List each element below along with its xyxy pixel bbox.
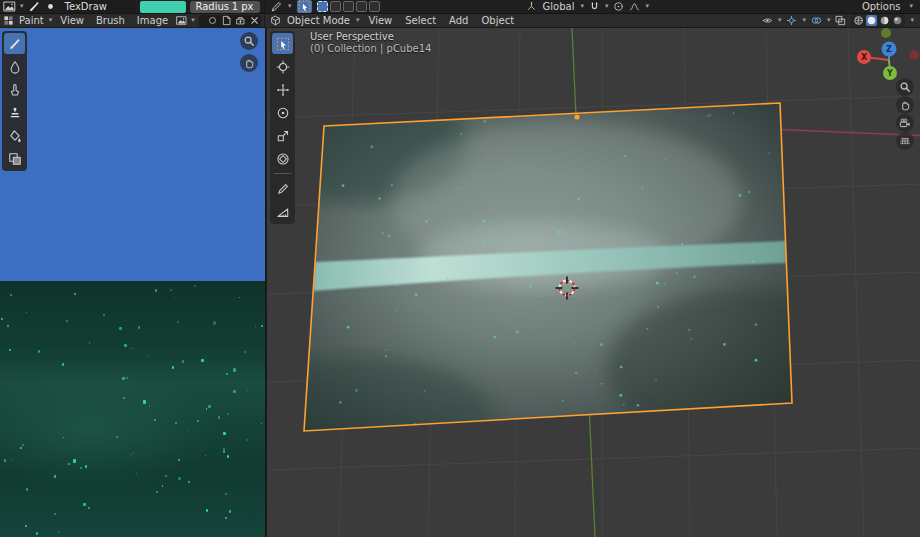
magnifier-icon (899, 81, 911, 93)
select-mode-invert-button[interactable] (356, 1, 367, 12)
paint-toolbar (2, 31, 27, 171)
chevron-down-icon[interactable]: ▾ (191, 17, 195, 24)
brush-color-swatch[interactable] (140, 1, 186, 13)
chevron-down-icon[interactable]: ▾ (49, 17, 53, 24)
scale-icon (276, 129, 290, 143)
wireframe-shading-icon[interactable] (853, 15, 864, 26)
chevron-down-icon[interactable]: ▾ (288, 3, 292, 10)
chevron-down-icon[interactable]: ▾ (20, 3, 24, 10)
overlays-toggle-icon[interactable] (811, 15, 822, 26)
menu-view[interactable]: View (365, 15, 397, 26)
gizmo-z-label: Z (886, 45, 892, 54)
pack-image-icon[interactable] (235, 15, 246, 26)
chevron-down-icon[interactable]: ▾ (605, 3, 609, 10)
brush-name-field[interactable]: TexDraw (60, 1, 136, 13)
chevron-down-icon[interactable]: ▾ (910, 17, 914, 24)
object-mode-icon[interactable] (270, 15, 281, 26)
options-dropdown[interactable]: Options (858, 1, 905, 12)
menu-view[interactable]: View (56, 15, 88, 26)
visibility-dropdown-icon[interactable] (762, 15, 773, 26)
gizmos-toggle-icon[interactable] (786, 15, 797, 26)
rendered-shading-icon[interactable] (892, 15, 903, 26)
chevron-down-icon[interactable]: ▾ (827, 17, 831, 24)
select-mode-set-button[interactable] (317, 1, 328, 12)
viewport-tool-settings: ▾ Global ▾ ▾ ▾ Options ▾ (265, 0, 920, 13)
select-mode-intersect-button[interactable] (369, 1, 380, 12)
browse-image-icon[interactable] (176, 15, 187, 26)
select-mode-subtract-button[interactable] (343, 1, 354, 12)
unlink-image-icon[interactable] (249, 15, 260, 26)
viewport-pan-button[interactable] (896, 96, 914, 114)
image-name-field[interactable]: Image_0 (199, 15, 261, 27)
paint-mode-dropdown[interactable]: Paint (18, 15, 45, 26)
chevron-down-icon[interactable]: ▾ (356, 17, 360, 24)
zoom-button[interactable] (240, 32, 258, 50)
paint-mode-icon[interactable] (3, 15, 14, 26)
menu-select[interactable]: Select (401, 15, 440, 26)
tool-select-box-button[interactable] (272, 33, 293, 54)
tool-fill-button[interactable] (4, 125, 25, 146)
camera-view-button[interactable] (896, 114, 914, 132)
fill-bucket-icon (8, 129, 22, 143)
select-mode-extend-button[interactable] (330, 1, 341, 12)
navigation-gizmo[interactable]: X Z Y (857, 28, 919, 80)
mask-image-icon (8, 152, 22, 166)
chevron-down-icon[interactable]: ▾ (645, 3, 649, 10)
viewport-canvas[interactable]: X Z Y User Perspective (0) Collection | … (267, 28, 920, 537)
smear-finger-icon (8, 83, 22, 97)
snap-magnet-icon[interactable] (589, 1, 600, 12)
move-arrows-icon (276, 83, 290, 97)
menu-image[interactable]: Image (133, 15, 172, 26)
menu-brush[interactable]: Brush (92, 15, 129, 26)
new-image-icon[interactable] (221, 15, 232, 26)
viewport-overlay-text: User Perspective (0) Collection | pCube1… (310, 31, 431, 55)
active-tool-icon[interactable] (270, 0, 283, 13)
tool-smear-button[interactable] (4, 79, 25, 100)
hand-icon (899, 99, 911, 111)
image-editor-canvas[interactable] (0, 28, 267, 537)
menu-add[interactable]: Add (445, 15, 472, 26)
orientation-dropdown[interactable]: Global (542, 1, 576, 12)
radius-label: Radius (196, 1, 230, 12)
tool-mask-button[interactable] (4, 148, 25, 169)
soften-drop-icon (8, 60, 22, 74)
xray-toggle-icon[interactable] (835, 15, 846, 26)
chevron-down-icon[interactable]: ▾ (909, 3, 913, 10)
brush-tool-icon[interactable] (28, 0, 41, 13)
proportional-falloff-icon[interactable] (629, 1, 640, 12)
select-box-tool-icon[interactable] (297, 0, 312, 13)
transform-icon (276, 152, 290, 166)
orthographic-toggle-button[interactable] (896, 132, 914, 150)
pan-button[interactable] (240, 54, 258, 72)
chevron-down-icon[interactable]: ▾ (778, 17, 782, 24)
solid-shading-icon[interactable] (866, 15, 877, 26)
chevron-down-icon[interactable]: ▾ (802, 17, 806, 24)
menu-object[interactable]: Object (477, 15, 518, 26)
viewport-scene: X Z Y (267, 28, 920, 537)
editor-type-image-icon[interactable] (3, 0, 16, 13)
gizmo-axis-neg-y[interactable] (881, 28, 891, 38)
fake-user-icon[interactable] (207, 15, 218, 26)
gizmo-axis-neg-x[interactable] (909, 50, 919, 60)
mode-dropdown[interactable]: Object Mode (286, 15, 351, 26)
tool-move-button[interactable] (272, 79, 293, 100)
tool-clone-button[interactable] (4, 102, 25, 123)
viewport-toolbar (270, 31, 295, 224)
tool-annotate-button[interactable] (272, 178, 293, 199)
tool-soften-button[interactable] (4, 56, 25, 77)
material-shading-icon[interactable] (879, 15, 890, 26)
tool-rotate-button[interactable] (272, 102, 293, 123)
viewport-zoom-button[interactable] (896, 78, 914, 96)
tool-scale-button[interactable] (272, 125, 293, 146)
tool-transform-button[interactable] (272, 148, 293, 169)
orientation-icon[interactable] (526, 1, 537, 12)
tool-draw-button[interactable] (4, 33, 25, 54)
tool-cursor-button[interactable] (272, 56, 293, 77)
tool-measure-button[interactable] (272, 201, 293, 222)
brush-preview-icon[interactable] (45, 1, 56, 12)
tool-settings-bar: ▾ TexDraw Radius 1 px ▾ (0, 0, 920, 14)
radius-slider[interactable]: Radius 1 px (190, 1, 260, 13)
plane-object[interactable] (267, 83, 887, 468)
chevron-down-icon[interactable]: ▾ (580, 3, 584, 10)
proportional-editing-icon[interactable] (613, 1, 624, 12)
